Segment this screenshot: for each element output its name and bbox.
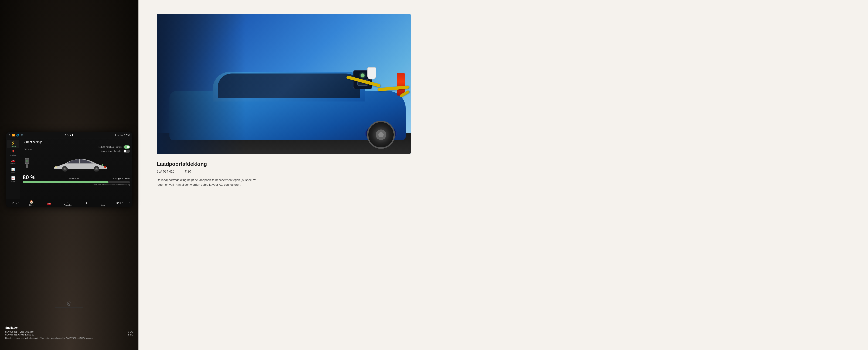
auto-release-toggle[interactable]	[124, 150, 130, 153]
svg-rect-14	[104, 166, 106, 168]
nav-menu[interactable]: ⊞ Menu	[101, 200, 105, 206]
charging-led	[361, 73, 365, 77]
nav-home[interactable]: 🏠 Home	[29, 200, 34, 206]
charge-note: Max. 80% recommended for optimum chargin…	[23, 184, 130, 186]
end-time-section: End: --:--	[23, 148, 32, 150]
product-section: Laadpoortafdekking 5LA 054 410 € 20 De l…	[157, 161, 279, 187]
tail-light	[397, 73, 405, 96]
auto-release-label: Auto-release the cable	[101, 150, 122, 152]
fan-icon: ⋮	[128, 202, 130, 205]
content-area: Current settings End: --:-- Reduce AC ch…	[20, 138, 132, 199]
charge-percent: 80 %	[23, 174, 35, 181]
product-code-2: 9LA 054 831 A | voor Enyaq 80	[5, 334, 34, 336]
sidebar-item-locations[interactable]: 📍 Locations	[7, 149, 19, 157]
left-panel: ⚙ 📶 🌐 🎵 15:21 ℹ AUTO 3.5°C	[0, 0, 138, 350]
vehicle-icon: 🚗	[11, 159, 15, 163]
car-svg	[51, 156, 111, 172]
left-temperature: 21.5 °	[11, 202, 19, 205]
sidebar-item-vehicle[interactable]: 🚗 Vehicle	[7, 158, 19, 166]
temperature-display: 3.5°C	[124, 134, 130, 137]
product-price-2: € 549	[128, 334, 133, 336]
settings-row: End: --:-- Reduce AC charg. current Auto…	[23, 145, 130, 153]
sidebar-status-label: Status	[11, 172, 16, 173]
right-temperature: 22.0 °	[116, 202, 123, 205]
photo-car-background	[157, 14, 411, 154]
car-image-area	[23, 155, 130, 172]
car-photo-container	[157, 14, 411, 154]
settings-icon: ⚙	[8, 134, 11, 137]
power-button[interactable]: ⏻	[67, 302, 71, 306]
signal-icon: 📶	[12, 134, 15, 137]
rear-wheel	[367, 121, 395, 149]
reduce-ac-toggle[interactable]	[124, 145, 130, 148]
product-description: De laadpoortafdekking helpt de laadpoort…	[157, 178, 262, 187]
music-icon: ♪	[67, 200, 69, 204]
status-icon: 📊	[11, 168, 15, 171]
progress-bar-outer	[23, 181, 130, 183]
sidebar-locations-label: Locations	[10, 154, 17, 156]
left-temp-decrease-icon[interactable]: −	[8, 202, 11, 205]
svg-rect-2	[26, 164, 28, 168]
auto-label: AUTO	[117, 134, 123, 136]
menu-icon: ⊞	[102, 200, 104, 204]
photo-overlay-dark	[157, 14, 246, 154]
top-bar-left: ⚙ 📶 🌐 🎵	[8, 134, 23, 137]
favourites-label: Favourites	[64, 204, 72, 206]
reduce-ac-row: Reduce AC charg. current	[98, 145, 130, 148]
svg-rect-1	[26, 164, 28, 164]
locations-icon: 📍	[11, 150, 15, 154]
product-code-1: 5LA 054 831 | voor Enyaq 60	[5, 331, 33, 333]
cable-plug	[367, 67, 376, 79]
product-disclaimer: Licentiedocument met activeringssleutel.…	[5, 337, 133, 340]
globe-icon: 🌐	[16, 134, 19, 137]
product-title: Laadpoortafdekking	[157, 161, 279, 167]
sidebar-charging-label: Charging	[10, 145, 16, 147]
nav-car[interactable]: 🚗	[47, 201, 51, 205]
end-value: --:--	[28, 148, 32, 150]
dashboard-screen: ⚙ 📶 🌐 🎵 15:21 ℹ AUTO 3.5°C	[6, 132, 132, 207]
top-bar-right: ℹ AUTO 3.5°C	[115, 134, 130, 137]
charger-illustration	[23, 156, 31, 171]
car-illustration	[31, 155, 130, 172]
left-temp-increase-icon[interactable]: +	[20, 202, 23, 205]
right-temp-decrease-icon[interactable]: −	[112, 202, 115, 205]
left-climate: − 21.5 ° +	[8, 202, 23, 205]
screen-bottom-bar: − 21.5 ° + 🏠 Home 🚗 ♪ Favourites	[6, 199, 132, 207]
svg-point-5	[26, 160, 28, 162]
charge-target: Charge to 100%	[113, 177, 130, 180]
top-bar: ⚙ 📶 🌐 🎵 15:21 ℹ AUTO 3.5°C	[6, 132, 132, 138]
end-label: End:	[23, 148, 27, 150]
sidebar-item-status[interactable]: 📊 Status	[7, 167, 19, 174]
charging-icon: ⚡	[11, 141, 15, 145]
bottom-line-decoration	[55, 308, 83, 308]
right-temp-increase-icon[interactable]: +	[124, 202, 127, 205]
reduce-ac-label: Reduce AC charg. current	[98, 146, 122, 148]
menu-label: Menu	[101, 204, 105, 206]
nav-favourites[interactable]: ♪ Favourites	[64, 200, 72, 206]
product-meta: 5LA 054 410 € 20	[157, 170, 279, 176]
bottom-text-area: Snelladen 5LA 054 831 | voor Enyaq 60 € …	[5, 326, 133, 340]
home-icon: 🏠	[30, 200, 33, 204]
product-row-2: 9LA 054 831 A | voor Enyaq 80 € 549	[5, 334, 133, 336]
main-content: ⚡ Charging 📍 Locations 🚗 Vehicle	[6, 138, 132, 199]
sidebar-item-charging[interactable]: ⚡ Charging	[7, 140, 19, 148]
sidebar-item-data[interactable]: 📈 Data	[7, 175, 19, 183]
nav-star[interactable]: ★	[85, 201, 88, 205]
svg-rect-3	[27, 168, 27, 169]
data-icon: 📈	[11, 176, 15, 180]
product-price: € 20	[185, 170, 191, 173]
sidebar: ⚡ Charging 📍 Locations 🚗 Vehicle	[6, 138, 20, 199]
right-panel: Laadpoortafdekking 5LA 054 410 € 20 De l…	[139, 0, 868, 350]
product-number: 5LA 054 410	[157, 170, 174, 175]
bottom-nav-items: 🏠 Home 🚗 ♪ Favourites ★ ⊞	[23, 200, 112, 206]
charger-svg	[24, 158, 30, 170]
right-climate: − 22.0 ° + ⋮	[112, 202, 130, 205]
top-bar-center: 15:21	[65, 134, 73, 137]
charge-speed: --- km/min	[69, 177, 80, 180]
power-icon: ⏻	[68, 303, 70, 305]
svg-rect-15	[102, 164, 103, 166]
svg-point-9	[64, 168, 65, 169]
car-icon: 🚗	[47, 201, 51, 205]
toggles-section: Reduce AC charg. current Auto-release th…	[98, 145, 130, 153]
sidebar-data-label: Data	[11, 180, 15, 182]
